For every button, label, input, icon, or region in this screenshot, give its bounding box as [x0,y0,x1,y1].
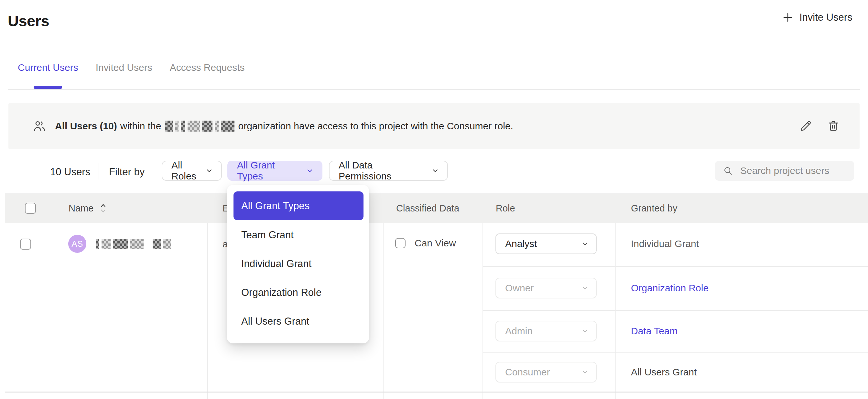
page-title: Users [8,12,49,30]
avatar-initials: AS [71,239,83,249]
column-header-role: Role [496,193,515,223]
tab-access-requests[interactable]: Access Requests [170,62,245,73]
sort-icon[interactable] [99,202,107,215]
chevron-down-icon [205,166,213,175]
filter-all-data-permissions[interactable]: All Data Permissions [329,161,448,181]
filter-by-label: Filter by [109,166,145,178]
redacted-org-name [165,121,235,132]
filter-all-grant-types[interactable]: All Grant Types [227,161,322,181]
redacted-user-name [96,239,171,249]
search-input[interactable] [740,165,848,177]
banner-text-before-org: within the [120,121,161,132]
tab-bar: Current Users Invited Users Access Reque… [18,62,245,73]
menu-item-individual-grant[interactable]: Individual Grant [234,249,364,278]
menu-item-all-users-grant[interactable]: All Users Grant [234,307,364,336]
table-header: Name Email Classified Data Role Granted … [5,193,868,223]
filter-bar-divider [99,163,99,180]
row-divider [5,392,868,393]
chevron-down-icon [581,240,589,248]
invite-users-button[interactable]: Invite Users [782,8,852,27]
granted-by-data-team-link[interactable]: Data Team [631,326,678,337]
filter-all-data-permissions-label: All Data Permissions [339,160,426,182]
role-select-consumer: Consumer [495,362,597,382]
grant-row-divider [483,352,868,353]
delete-banner-button[interactable] [827,119,840,133]
column-divider [483,223,483,399]
granted-by-individual-grant: Individual Grant [631,238,699,249]
chevron-down-icon [306,166,314,175]
column-header-granted-by: Granted by [631,193,677,223]
pencil-icon [799,119,812,133]
banner-text-after-org: organization have access to this project… [238,121,513,132]
all-users-banner: All Users (10) within the organization h… [8,103,860,149]
trash-icon [827,119,840,133]
user-count: 10 Users [50,166,90,178]
menu-item-organization-role[interactable]: Organization Role [234,278,364,307]
avatar: AS [68,235,86,253]
grant-types-dropdown-menu: All Grant Types Team Grant Individual Gr… [227,185,369,343]
column-header-classified-data: Classified Data [396,193,459,223]
plus-icon [782,12,794,23]
can-view-checkbox[interactable] [395,238,406,248]
can-view-label: Can View [414,238,456,249]
column-divider [207,223,208,399]
search-icon [723,165,733,176]
filter-all-roles[interactable]: All Roles [162,161,222,181]
grant-row-divider [483,266,868,267]
invite-users-label: Invite Users [800,12,852,23]
filter-all-roles-label: All Roles [172,160,200,182]
search-project-users [715,161,854,181]
menu-item-team-grant[interactable]: Team Grant [234,220,364,249]
tabs-divider [8,89,860,90]
active-tab-indicator [34,86,62,89]
column-header-name[interactable]: Name [68,193,107,223]
filter-all-grant-types-label: All Grant Types [237,160,301,182]
granted-by-organization-role-link[interactable]: Organization Role [631,283,709,294]
banner-bold-text: All Users (10) [55,121,117,132]
granted-by-all-users-grant: All Users Grant [631,367,696,378]
edit-banner-button[interactable] [799,119,812,133]
role-select-admin: Admin [495,321,597,341]
chevron-down-icon [431,166,439,175]
chevron-down-icon [581,368,589,376]
column-divider [383,223,383,399]
role-select-owner: Owner [495,278,597,299]
grant-row-divider [483,310,868,311]
chevron-down-icon [581,327,589,335]
people-icon [32,119,46,133]
row-checkbox[interactable] [20,239,31,250]
column-divider [615,223,616,399]
menu-item-all-grant-types[interactable]: All Grant Types [234,191,364,220]
classified-data-cell: Can View [395,238,456,249]
role-select-analyst[interactable]: Analyst [495,234,597,254]
select-all-checkbox[interactable] [25,203,36,214]
tab-current-users[interactable]: Current Users [18,62,78,73]
chevron-down-icon [581,284,589,292]
users-page: Users Invite Users Current Users Invited… [0,0,868,399]
banner-text: All Users (10) within the organization h… [55,121,513,132]
tab-invited-users[interactable]: Invited Users [96,62,152,73]
